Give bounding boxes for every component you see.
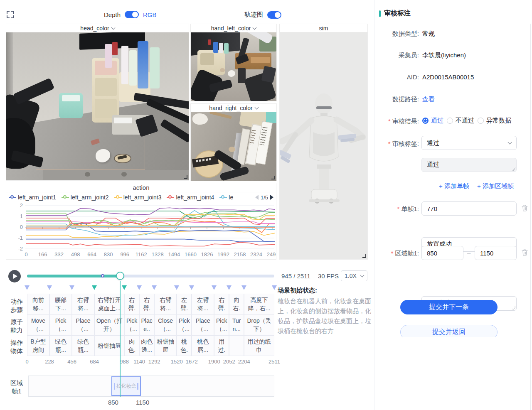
submit-back-button[interactable]: 提交并返回 bbox=[400, 325, 498, 337]
review-tag-select[interactable]: 通过 bbox=[421, 136, 517, 150]
object-cell[interactable]: B户型房间 bbox=[27, 336, 49, 356]
collector-label: 采集员: bbox=[374, 52, 419, 59]
step-cell[interactable]: 左臂将... bbox=[192, 294, 214, 315]
skill-cell[interactable]: Pick（... bbox=[49, 315, 72, 336]
timeline-slider-handle[interactable] bbox=[116, 272, 124, 280]
data-path-link[interactable]: 查看 bbox=[422, 96, 435, 103]
frame-marker-228[interactable] bbox=[47, 285, 52, 290]
hand-right-camera-header[interactable]: hand_right_color bbox=[191, 104, 276, 112]
fullscreen-icon[interactable] bbox=[7, 11, 14, 18]
step-cell[interactable]: 右臂将... bbox=[154, 294, 177, 315]
result-option-异常数据[interactable]: 异常数据 bbox=[478, 117, 511, 125]
skill-cell[interactable]: Place.. bbox=[139, 315, 154, 336]
object-cell[interactable]: 肉色透... bbox=[139, 336, 154, 356]
object-cell[interactable]: 用过的纸巾 bbox=[244, 336, 274, 356]
object-cell[interactable]: 用过. bbox=[214, 336, 229, 356]
trajectory-toggle[interactable] bbox=[267, 11, 281, 19]
frame-marker-1520[interactable] bbox=[174, 285, 179, 290]
legend-item-left_arm_joint1[interactable]: left_arm_joint1 bbox=[9, 194, 56, 201]
scrollbar-track[interactable] bbox=[530, 24, 531, 410]
object-cell[interactable]: 肉色. bbox=[124, 336, 139, 356]
svg-text:1660: 1660 bbox=[185, 251, 197, 258]
frame-marker-1292[interactable] bbox=[152, 285, 157, 290]
legend-item-left_arm_joint2[interactable]: left_arm_joint2 bbox=[62, 194, 109, 201]
step-cell[interactable]: 腰部下... bbox=[49, 294, 72, 315]
resize-corner-icon[interactable] bbox=[184, 175, 187, 179]
object-cell[interactable]: 桃色唇... bbox=[192, 336, 214, 356]
delete-region-frame-icon[interactable] bbox=[522, 249, 528, 256]
skill-cell[interactable]: Place（... bbox=[192, 315, 214, 336]
step-cell[interactable]: 向前移... bbox=[27, 294, 49, 315]
result-option-不通过[interactable]: 不通过 bbox=[447, 117, 474, 125]
region-block[interactable]: 拉化妆盒 bbox=[111, 376, 141, 396]
legend-next-icon[interactable] bbox=[270, 195, 273, 200]
skill-cell[interactable]: Move（... bbox=[27, 315, 49, 336]
head-camera-header[interactable]: head_color bbox=[6, 24, 189, 32]
frame-marker-1140[interactable] bbox=[137, 285, 142, 290]
frame-marker-1900[interactable] bbox=[212, 285, 217, 290]
frame-marker-456[interactable] bbox=[69, 285, 74, 290]
radio-icon[interactable] bbox=[478, 118, 484, 124]
legend-item-le[interactable]: le bbox=[219, 194, 233, 201]
radio-icon[interactable] bbox=[447, 118, 453, 124]
hand-left-camera-header[interactable]: hand_left_color bbox=[191, 24, 276, 32]
frame-marker-0[interactable] bbox=[25, 285, 30, 290]
skill-cell[interactable]: Pick（... bbox=[124, 315, 139, 336]
speed-select[interactable]: 1.0X bbox=[341, 270, 367, 281]
radio-selected-icon[interactable] bbox=[422, 118, 429, 124]
frame-marker-988[interactable] bbox=[122, 285, 127, 290]
object-cell[interactable]: 桃色. bbox=[177, 336, 192, 356]
step-cell[interactable]: 右臂. bbox=[214, 294, 229, 315]
submit-next-button[interactable]: 提交并下一条 bbox=[400, 300, 498, 314]
frame-marker-2511[interactable] bbox=[272, 285, 277, 290]
step-cell[interactable]: 右臂将... bbox=[72, 294, 94, 315]
result-option-通过[interactable]: 通过 bbox=[422, 117, 443, 125]
resize-corner-icon[interactable] bbox=[271, 176, 275, 179]
skill-cell[interactable]: Close（... bbox=[154, 315, 177, 336]
review-tag-note[interactable]: 通过 bbox=[421, 158, 517, 172]
resize-corner-icon[interactable] bbox=[362, 254, 366, 258]
step-cell[interactable]: 右臂. bbox=[139, 294, 154, 315]
single-frame-value: 770 bbox=[427, 205, 437, 212]
frame-marker-1672[interactable] bbox=[189, 285, 194, 290]
depth-label: Depth bbox=[104, 11, 121, 18]
legend-item-left_arm_joint3[interactable]: left_arm_joint3 bbox=[114, 194, 162, 201]
region-track[interactable] bbox=[28, 376, 274, 397]
fps-label: 30 FPS bbox=[318, 273, 339, 280]
play-button[interactable] bbox=[8, 270, 21, 282]
object-cell[interactable]: 粉饼抽屉 bbox=[154, 336, 177, 356]
region-frame-end-input[interactable]: 1150 bbox=[475, 246, 517, 260]
frame-marker-684[interactable] bbox=[92, 285, 97, 290]
object-cell[interactable]: 绿色瓶... bbox=[72, 336, 94, 356]
skill-cell[interactable]: Place（... bbox=[72, 315, 94, 336]
frame-marker-2052[interactable] bbox=[227, 285, 232, 290]
object-cell[interactable] bbox=[229, 336, 244, 356]
region-handle-right[interactable] bbox=[137, 383, 138, 390]
region-frame-start-input[interactable]: 850 bbox=[421, 246, 463, 260]
range-dash: – bbox=[467, 249, 470, 256]
skill-cell[interactable]: Turn... bbox=[229, 315, 244, 336]
resize-grip-icon[interactable] bbox=[512, 167, 515, 171]
skill-cell[interactable]: Pick（... bbox=[214, 315, 229, 336]
delete-single-frame-icon[interactable] bbox=[522, 205, 528, 211]
action-chart[interactable]: 210-1-2016633249866483099611621328149416… bbox=[6, 202, 276, 259]
skill-cell[interactable]: Pick（... bbox=[177, 315, 192, 336]
object-cell[interactable]: 绿色瓶... bbox=[49, 336, 72, 356]
skill-cell[interactable]: Drop（丢下） bbox=[244, 315, 274, 336]
step-cell[interactable]: 右臂. bbox=[124, 294, 139, 315]
step-cell[interactable]: 向右. bbox=[229, 294, 244, 315]
single-frame-input[interactable]: 770 bbox=[421, 201, 517, 216]
step-cell[interactable]: 左臂. bbox=[177, 294, 192, 315]
frame-marker-2204[interactable] bbox=[241, 285, 246, 290]
add-region-frame-link[interactable]: + 添加区域帧 bbox=[477, 182, 514, 190]
legend-prev-icon[interactable] bbox=[255, 195, 259, 200]
sim-viewport[interactable] bbox=[280, 32, 367, 259]
add-single-frame-link[interactable]: + 添加单帧 bbox=[439, 182, 469, 190]
region-handle-left[interactable] bbox=[114, 383, 115, 390]
depth-rgb-toggle[interactable] bbox=[125, 11, 139, 18]
step-cell[interactable]: 高度下降，右... bbox=[244, 294, 274, 315]
play-icon bbox=[13, 274, 17, 279]
legend-item-left_arm_joint4[interactable]: left_arm_joint4 bbox=[167, 194, 214, 201]
legend-marker-icon bbox=[62, 195, 69, 199]
resize-grip-icon[interactable] bbox=[512, 306, 515, 309]
